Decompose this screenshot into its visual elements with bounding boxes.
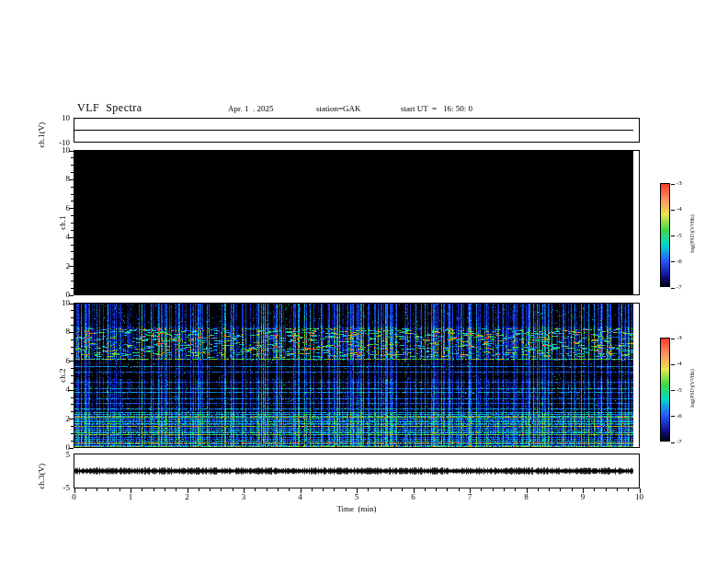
ch1-spectrogram-canvas [74,151,633,294]
x-tick-label: 5 [347,492,367,501]
vlf-spectra-screen: VLF Spectra Apr. 1 . 2025 station=GAK st… [0,0,728,563]
time-axis-label: Time (min) [265,504,449,513]
ch2-spectrogram-panel [74,303,640,448]
ch3-voltage-axis-text: ch.3(V) [37,464,46,489]
x-tick-label: 0 [64,492,85,501]
ch3-voltage-panel [74,454,640,488]
colorbar-tick-label: -3 [677,179,682,187]
colorbar-tick-label: -3 [677,334,682,341]
ch2-freq-tick-label: 4 [42,385,70,394]
ch1-waveform-canvas [74,119,633,142]
x-tick-label: 6 [404,492,424,501]
ch2-spectrogram-canvas [74,304,633,447]
date-label: Apr. 1 . 2025 [228,104,274,113]
x-tick-label: 7 [460,492,480,501]
colorbar-tick-label: -7 [677,283,682,291]
x-tick-label: 4 [290,492,311,501]
x-tick-label: 3 [233,492,254,501]
colorbar-tick-label: -4 [677,205,682,213]
colorbar-ch2 [660,338,670,442]
colorbar-ch2-label: log(PSD)(V²/Hz) [689,351,695,425]
station-label: station=GAK [316,104,361,113]
plot-title: VLF Spectra [77,101,142,115]
colorbar-tick-label: -4 [677,360,682,367]
ch1-freq-tick-label: 8 [42,174,70,183]
ch1-freq-tick-label: 6 [42,203,70,213]
ch1-freq-tick-label: 2 [42,261,70,270]
ch2-freq-tick-label: 8 [42,327,70,336]
ch2-freq-tick-label: 10 [42,298,70,307]
x-tick-label: 1 [120,492,141,501]
x-tick-label: 9 [573,492,593,501]
ch1-freq-tick-label: 10 [42,145,70,155]
colorbar-ch1 [660,183,670,287]
ch1-spectrogram-panel [74,150,640,295]
colorbar-tick-label: -6 [677,258,682,265]
colorbar-tick-label: -6 [677,412,682,419]
colorbar-tick-label: -5 [677,232,682,239]
x-tick-label: 10 [630,492,650,501]
ch2-freq-tick-label: 6 [42,356,70,365]
colorbar-ch1-label: log(PSD)(V²/Hz) [689,197,695,270]
ch3-voltage-axis-label: ch.3(V) [28,420,55,540]
x-tick-label: 8 [517,492,537,501]
ch1-voltage-axis-text: ch.1(V) [37,122,46,148]
colorbar-tick-label: -7 [677,438,682,445]
ch2-freq-tick-label: 2 [42,414,70,423]
colorbar-tick-label: -5 [677,386,682,394]
ch3-waveform-canvas [74,454,633,488]
ch2-frequency-axis-text: Frequency (kHz) [88,316,98,435]
x-tick-label: 2 [177,492,198,501]
ch1-frequency-axis-text: Frequency (kHz) [88,163,98,282]
ch1-voltage-panel [74,118,640,143]
ch2-freq-tick-label: 0 [42,442,70,452]
start-ut-label: start UT = 16: 50: 0 [401,104,472,113]
ch1-freq-tick-label: 4 [42,232,70,241]
